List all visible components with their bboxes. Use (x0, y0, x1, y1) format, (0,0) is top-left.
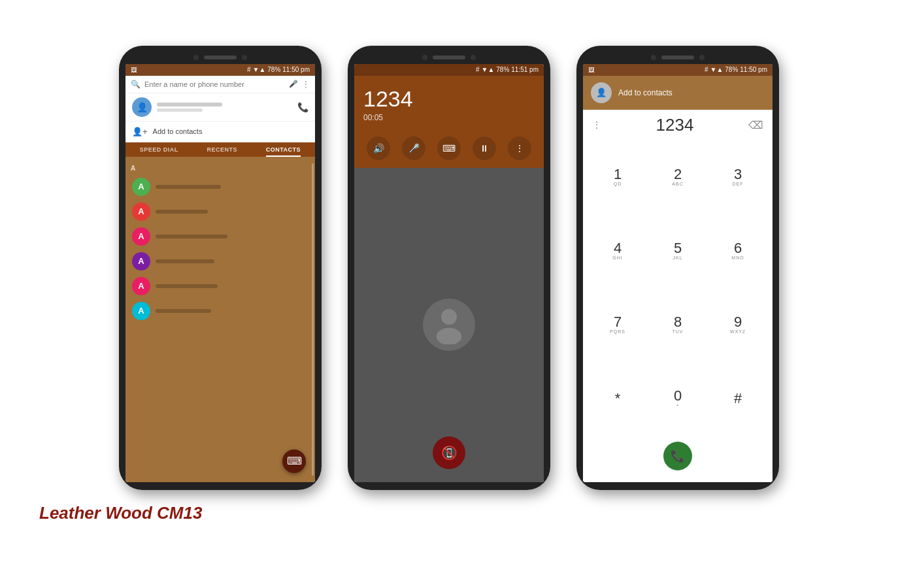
dial-key-8[interactable]: 8 TUV (648, 288, 707, 361)
battery-1: 78% (267, 66, 280, 73)
contact-row-2[interactable]: A (129, 199, 311, 224)
dial-key-6[interactable]: 6 MNO (708, 214, 767, 287)
contact-row-6[interactable]: A (129, 299, 311, 323)
suggestion-sub (157, 108, 203, 112)
contact-avatar-6: A (132, 302, 150, 320)
dialpad-number-row: ⋮ 1234 ⌫ (583, 110, 773, 138)
phone-3-top (583, 54, 773, 61)
dialpad-btn[interactable]: ⌨ (437, 137, 461, 160)
dialpad-grid: 1 QD 2 ABC 3 DEF 4 GHI 5 JKL (583, 138, 773, 438)
status-bar-2: # ▼▲ 78% 11:51 pm (354, 64, 544, 76)
status-bar-3: 🖼 # ▼▲ 78% 11:50 pm (583, 64, 773, 76)
dial-key-8-letters: TUV (673, 329, 684, 334)
call-icon-suggestion[interactable]: 📞 (297, 102, 308, 112)
status-right-3: # ▼▲ 78% 11:50 pm (705, 66, 767, 73)
dialpad-backspace-btn[interactable]: ⌫ (748, 119, 763, 131)
end-call-btn[interactable]: 📵 (433, 436, 465, 469)
more-icon[interactable]: ⋮ (302, 80, 310, 89)
svg-point-0 (441, 309, 457, 325)
tab-recents[interactable]: RECENTS (207, 146, 238, 157)
suggestion-name (157, 103, 222, 106)
add-person-icon-3: 👤 (596, 88, 607, 97)
more-call-btn[interactable]: ⋮ (508, 137, 531, 160)
mute-btn[interactable]: 🎤 (402, 137, 425, 160)
dialpad-fab[interactable]: ⌨ (282, 449, 306, 473)
search-icon: 🔍 (131, 80, 141, 89)
hash-symbol-2: # (476, 66, 480, 73)
contact-avatar-3: A (132, 227, 150, 246)
dialpad-dots: ⋮ (592, 120, 601, 130)
dial-key-5-number: 5 (674, 241, 682, 255)
dial-key-5[interactable]: 5 JKL (648, 214, 707, 287)
dial-key-2[interactable]: 2 ABC (648, 140, 707, 213)
call-number: 1234 (363, 86, 535, 112)
hold-btn[interactable]: ⏸ (473, 137, 496, 160)
contact-name-5 (156, 284, 218, 288)
phone-1-screen: 🖼 # ▼▲ 78% 11:50 pm 🔍 🎤 ⋮ 👤 (125, 64, 315, 482)
dialpad-call-btn[interactable]: 📞 (663, 442, 692, 470)
photo-icon-3: 🖼 (588, 67, 594, 73)
dial-key-7[interactable]: 7 PQRS (588, 288, 647, 361)
dial-key-0-letters: + (676, 403, 679, 408)
contact-row-3[interactable]: A (129, 224, 311, 249)
dial-key-1[interactable]: 1 QD (588, 140, 647, 213)
search-bar[interactable]: 🔍 🎤 ⋮ (125, 76, 315, 93)
photo-icon: 🖼 (131, 67, 137, 73)
battery-2: 78% (496, 66, 509, 73)
dial-key-4[interactable]: 4 GHI (588, 214, 647, 287)
camera-dot (193, 55, 199, 60)
time-2: 11:51 pm (511, 66, 539, 73)
status-bar-1: 🖼 # ▼▲ 78% 11:50 pm (125, 64, 315, 76)
contact-name-3 (156, 235, 227, 238)
dial-key-9[interactable]: 9 WXYZ (708, 288, 767, 361)
dial-key-star[interactable]: * (588, 362, 647, 434)
dial-key-1-letters: QD (614, 182, 622, 186)
dial-key-7-letters: PQRS (610, 329, 625, 334)
contacts-list: A A A A A A (125, 157, 315, 482)
search-input[interactable] (144, 80, 285, 88)
add-contact-header: 👤 Add to contacts (583, 76, 773, 110)
speaker-bar-2 (433, 56, 465, 59)
hash-symbol-1: # (247, 66, 251, 73)
dial-key-hash-number: # (734, 391, 742, 406)
status-right-1: # ▼▲ 78% 11:50 pm (247, 66, 310, 73)
section-letter: A (131, 165, 308, 172)
call-timer: 00:05 (363, 113, 535, 122)
dial-key-5-letters: JKL (673, 255, 682, 260)
tab-speed-dial[interactable]: SPEED DIAL (140, 146, 178, 157)
tabs-bar: SPEED DIAL RECENTS CONTACTS (125, 142, 315, 157)
dial-key-3[interactable]: 3 DEF (708, 140, 767, 213)
add-contact-row[interactable]: 👤+ Add to contacts (125, 122, 315, 142)
dial-key-9-number: 9 (734, 315, 742, 329)
call-controls: 🔊 🎤 ⌨ ⏸ ⋮ (354, 131, 544, 168)
dial-key-7-number: 7 (614, 315, 622, 329)
phone-1: 🖼 # ▼▲ 78% 11:50 pm 🔍 🎤 ⋮ 👤 (119, 46, 322, 490)
dial-key-3-letters: DEF (733, 182, 744, 186)
contact-avatar-4: A (132, 252, 150, 270)
contact-name-4 (156, 259, 214, 263)
time-1: 11:50 pm (282, 66, 310, 73)
contact-row-5[interactable]: A (129, 274, 311, 299)
status-right-2: # ▼▲ 78% 11:51 pm (476, 66, 539, 73)
add-contact-label-1: Add to contacts (153, 127, 203, 135)
person-icon-suggestion: 👤 (137, 102, 148, 112)
suggestion-avatar: 👤 (132, 97, 152, 117)
scrollbar[interactable] (312, 163, 314, 476)
contact-row-1[interactable]: A (129, 174, 311, 199)
dial-key-0[interactable]: 0 + (648, 362, 707, 434)
camera-dot-4 (471, 55, 476, 60)
dial-key-4-letters: GHI (612, 255, 622, 260)
suggestion-text (157, 103, 292, 112)
dial-key-2-number: 2 (674, 167, 682, 182)
status-left-1: 🖼 (131, 67, 137, 73)
speaker-btn[interactable]: 🔊 (367, 137, 390, 160)
dial-key-hash[interactable]: # (708, 362, 767, 434)
dialpad-icon-call: ⌨ (442, 143, 456, 154)
tab-contacts[interactable]: CONTACTS (266, 146, 301, 157)
dial-key-9-letters: WXYZ (730, 329, 746, 334)
mic-icon[interactable]: 🎤 (289, 80, 298, 88)
contact-row-4[interactable]: A (129, 249, 311, 274)
phone-3-screen: 🖼 # ▼▲ 78% 11:50 pm 👤 Add to contacts ⋮ (583, 64, 773, 482)
suggestion-row[interactable]: 👤 📞 (125, 93, 315, 122)
phone-2: # ▼▲ 78% 11:51 pm 1234 00:05 🔊 🎤 (348, 46, 550, 490)
